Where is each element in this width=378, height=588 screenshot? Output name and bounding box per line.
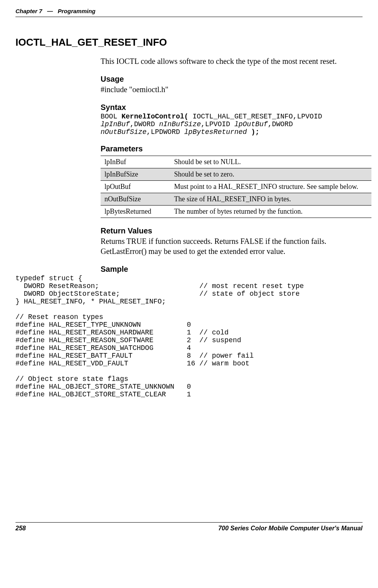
param-name: lpInBuf [101, 156, 170, 168]
header-title: Programming [58, 8, 96, 14]
sample-heading: Sample [101, 265, 363, 274]
syntax-arg2d: ,LPVOID [201, 120, 234, 128]
syntax-code: BOOL KernelIoControl( IOCTL_HAL_GET_RESE… [101, 113, 363, 136]
param-desc: Must point to a HAL_RESET_INFO structure… [170, 181, 371, 193]
usage-heading: Usage [101, 75, 363, 84]
param-row: nOutBufSize The size of HAL_RESET_INFO i… [101, 193, 371, 206]
syntax-arg3b: ,LPDWORD [147, 128, 184, 136]
parameters-table: lpInBuf Should be set to NULL. lpInBufSi… [101, 156, 371, 218]
section-title: IOCTL_HAL_GET_RESET_INFO [15, 36, 363, 48]
param-desc: Should be set to zero. [170, 168, 371, 181]
syntax-arg2i: lpInBuf [101, 120, 130, 128]
param-desc: The number of bytes returned by the func… [170, 206, 371, 218]
syntax-heading: Syntax [101, 103, 363, 112]
page-number: 258 [15, 525, 26, 532]
param-name: lpBytesReturned [101, 206, 170, 218]
param-desc: The size of HAL_RESET_INFO in bytes. [170, 193, 371, 206]
sample-code: typedef struct { DWORD ResetReason; // m… [15, 274, 363, 398]
param-name: lpInBufSize [101, 168, 170, 181]
running-header: Chapter 7 — Programming [15, 8, 363, 17]
syntax-arg1a: IOCTL_HAL_GET_RESET_INFO,LPVOID [193, 113, 322, 120]
param-name: lpOutBuf [101, 181, 170, 193]
return-values-text: Returns TRUE if function succeeds. Retur… [101, 236, 363, 256]
param-row: lpOutBuf Must point to a HAL_RESET_INFO … [101, 181, 371, 193]
syntax-arg2f: ,DWORD [268, 120, 293, 128]
header-chapter: Chapter 7 [15, 8, 42, 14]
syntax-prefix: BOOL [101, 113, 121, 120]
syntax-fn: KernelIoControl( [121, 113, 193, 120]
syntax-arg3a: nOutBufSize [101, 128, 147, 136]
param-row: lpInBuf Should be set to NULL. [101, 156, 371, 168]
usage-text: #include "oemioctl.h" [101, 84, 363, 94]
param-row: lpInBufSize Should be set to zero. [101, 168, 371, 181]
param-name: nOutBufSize [101, 193, 170, 206]
param-row: lpBytesReturned The number of bytes retu… [101, 206, 371, 218]
syntax-arg2b: ,DWORD [130, 120, 159, 128]
return-values-heading: Return Values [101, 226, 363, 235]
manual-title: 700 Series Color Mobile Computer User's … [218, 525, 363, 532]
parameters-heading: Parameters [101, 144, 363, 153]
intro-text: This IOCTL code allows software to check… [101, 56, 363, 66]
syntax-arg3c: lpBytesReturned [184, 128, 247, 136]
header-separator: — [47, 8, 53, 14]
footer: 258 700 Series Color Mobile Computer Use… [15, 522, 363, 532]
syntax-arg3d: ); [247, 128, 259, 136]
syntax-arg2c: nInBufSize [159, 120, 201, 128]
param-desc: Should be set to NULL. [170, 156, 371, 168]
syntax-arg2e: lpOutBuf [234, 120, 268, 128]
